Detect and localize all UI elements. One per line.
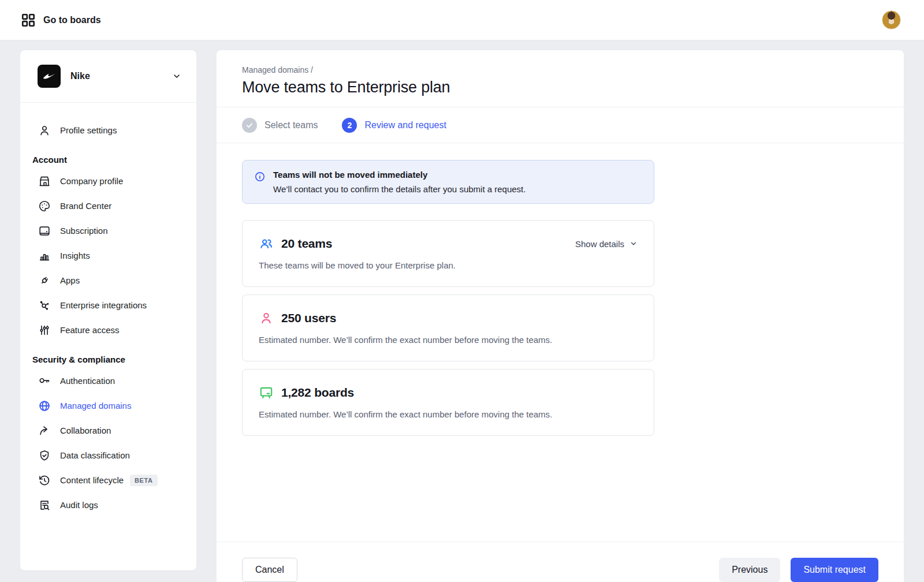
sidebar-item-authentication[interactable]: Authentication [20, 368, 196, 393]
sidebar-item-company-profile[interactable]: Company profile [20, 169, 196, 193]
show-details-button[interactable]: Show details [575, 239, 638, 249]
breadcrumb[interactable]: Managed domains / [242, 65, 878, 74]
step1-label: Select teams [264, 120, 318, 130]
history-icon [38, 473, 51, 487]
sidebar-item-brand-center[interactable]: Brand Center [20, 193, 196, 218]
sidebar-item-label: Brand Center [60, 201, 111, 211]
workspace-switcher[interactable]: Nike [20, 50, 196, 103]
stepper: Select teams 2 Review and request [217, 107, 904, 143]
document-search-icon [38, 498, 51, 512]
chevron-down-icon [629, 240, 638, 248]
section-header-account: Account [20, 155, 196, 165]
nike-logo [38, 65, 61, 88]
sidebar-item-label: Subscription [60, 226, 108, 236]
main-panel: Managed domains / Move teams to Enterpri… [217, 50, 904, 582]
users-card: 250 users Estimated number. We’ll confir… [242, 294, 654, 361]
submit-request-button[interactable]: Submit request [791, 558, 878, 582]
sidebar-item-label: Company profile [60, 176, 123, 186]
teams-count: 20 teams [281, 237, 332, 251]
palette-icon [38, 199, 51, 213]
teams-description: These teams will be moved to your Enterp… [259, 260, 638, 270]
sidebar-item-label: Insights [60, 251, 90, 260]
wizard-footer: Cancel Previous Submit request [217, 542, 904, 582]
go-to-boards-label: Go to boards [43, 15, 101, 25]
beta-badge: BETA [130, 475, 158, 486]
card-icon [38, 224, 51, 238]
sidebar-item-audit-logs[interactable]: Audit logs [20, 493, 196, 517]
teams-icon [259, 236, 274, 251]
sidebar-item-label: Apps [60, 275, 80, 285]
users-description: Estimated number. We’ll confirm the exac… [259, 335, 638, 345]
chevron-down-icon [172, 72, 181, 81]
sidebar-item-label: Feature access [60, 325, 120, 335]
section-header-security: Security & compliance [20, 355, 196, 364]
sidebar-item-enterprise-integrations[interactable]: Enterprise integrations [20, 293, 196, 318]
page-header: Managed domains / Move teams to Enterpri… [217, 50, 904, 107]
info-icon [254, 171, 266, 194]
sidebar-item-managed-domains[interactable]: Managed domains [20, 393, 196, 418]
show-details-label: Show details [575, 239, 624, 249]
board-icon [259, 385, 274, 400]
sidebar-item-insights[interactable]: Insights [20, 243, 196, 268]
previous-button[interactable]: Previous [719, 558, 780, 582]
sidebar-item-label: Data classification [60, 450, 130, 460]
app-shell: Nike Profile settings Account [0, 40, 924, 582]
sidebar-item-data-classification[interactable]: Data classification [20, 443, 196, 468]
review-content: Teams will not be moved immediately We’l… [217, 143, 904, 542]
banner-title: Teams will not be moved immediately [273, 170, 526, 180]
go-to-boards-button[interactable]: Go to boards [21, 13, 101, 28]
plug-icon [38, 274, 51, 288]
storefront-icon [38, 174, 51, 188]
step-review-and-request[interactable]: 2 Review and request [342, 118, 446, 133]
sidebar-item-label: Enterprise integrations [60, 300, 147, 310]
sidebar-nav: Profile settings Account Company profile [20, 103, 196, 517]
boards-card: 1,282 boards Estimated number. We’ll con… [242, 369, 654, 436]
sidebar-item-content-lifecycle[interactable]: Content lifecycle BETA [20, 468, 196, 493]
sidebar-item-profile-settings[interactable]: Profile settings [20, 118, 196, 143]
banner-text: We’ll contact you to confirm the details… [273, 184, 526, 194]
sidebar-item-subscription[interactable]: Subscription [20, 218, 196, 243]
sidebar-item-label: Audit logs [60, 500, 98, 510]
bar-chart-icon [38, 249, 51, 263]
person-icon [38, 124, 51, 137]
info-banner: Teams will not be moved immediately We’l… [242, 160, 654, 204]
sidebar-item-collaboration[interactable]: Collaboration [20, 418, 196, 443]
settings-sidebar: Nike Profile settings Account [20, 50, 196, 570]
step-select-teams[interactable]: Select teams [242, 118, 318, 133]
sidebar-item-apps[interactable]: Apps [20, 268, 196, 293]
key-icon [38, 374, 51, 388]
sidebar-item-label: Profile settings [60, 125, 117, 135]
banner-body: Teams will not be moved immediately We’l… [273, 170, 526, 194]
boards-description: Estimated number. We’ll confirm the exac… [259, 409, 638, 419]
sidebar-item-label: Authentication [60, 376, 115, 386]
page-title: Move teams to Enterprise plan [242, 79, 878, 96]
step1-circle [242, 118, 257, 133]
workspace-name: Nike [70, 71, 172, 81]
users-count: 250 users [281, 311, 336, 325]
topbar: Go to boards [0, 0, 924, 40]
globe-icon [38, 399, 51, 413]
sidebar-item-label: Collaboration [60, 426, 111, 435]
grid-icon [21, 13, 36, 28]
share-arrow-icon [38, 424, 51, 438]
shield-check-icon [38, 449, 51, 462]
sidebar-item-label: Managed domains [60, 401, 131, 411]
sidebar-item-feature-access[interactable]: Feature access [20, 318, 196, 342]
user-avatar[interactable] [882, 10, 901, 29]
step2-label: Review and request [364, 120, 446, 130]
user-icon [259, 311, 274, 326]
sidebar-item-label: Content lifecycle [60, 475, 124, 485]
teams-card: 20 teams Show details These teams will b… [242, 220, 654, 287]
step2-circle: 2 [342, 118, 357, 133]
nodes-icon [38, 299, 51, 312]
sliders-icon [38, 323, 51, 337]
boards-count: 1,282 boards [281, 386, 354, 400]
check-icon [245, 121, 254, 129]
cancel-button[interactable]: Cancel [242, 558, 297, 582]
